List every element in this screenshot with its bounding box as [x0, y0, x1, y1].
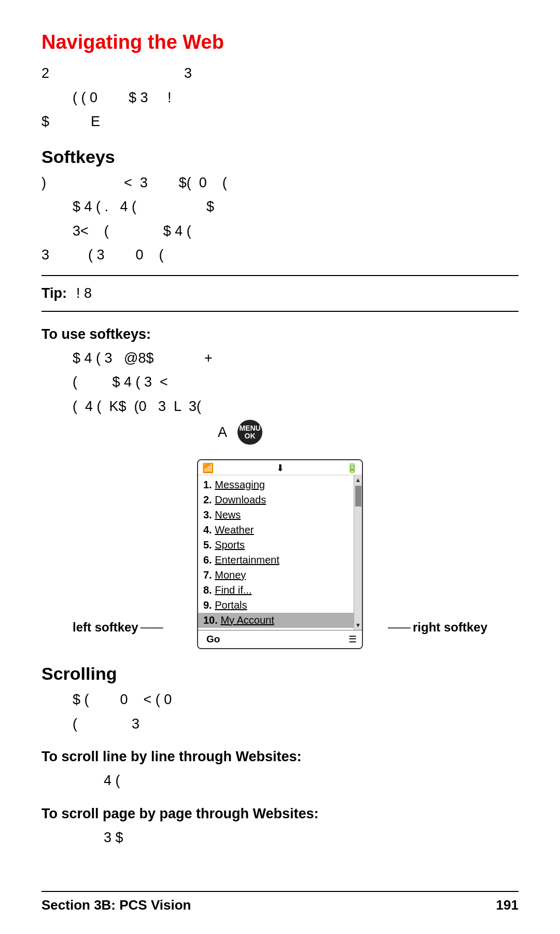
phone-softkey-bar: Go ☰: [198, 630, 362, 648]
menu-item-messaging: 1. Messaging: [198, 477, 354, 492]
tip-label: Tip:: [41, 285, 67, 301]
menu-item-sports: 5. Sports: [198, 538, 354, 553]
right-softkey-label: right softkey: [413, 620, 487, 635]
sk-line-3: 3< ( $ 4 (: [73, 221, 519, 242]
divider-1: [41, 275, 519, 276]
right-softkey-icon[interactable]: ☰: [348, 634, 357, 645]
menu-item-weather: 4. Weather: [198, 523, 354, 538]
phone-screen: 📶 ⬇ 🔋 1. Messaging 2. Downloads 3. News …: [197, 459, 363, 649]
phone-diagram: left softkey —— 📶 ⬇ 🔋 1. Messaging 2. Do…: [41, 459, 519, 649]
si-line-3: ( 4 ( K$ (0 3 L 3(: [73, 396, 519, 417]
softkeys-instructions-block: $ 4 ( 3 @8$ + ( $ 4 ( 3 < ( 4 ( K$ (0 3 …: [41, 348, 519, 445]
menu-item-entertainment: 6. Entertainment: [198, 553, 354, 568]
scroll-page-instruction: 3 $: [104, 827, 519, 848]
battery-icon: 🔋: [346, 462, 358, 474]
softkeys-heading: Softkeys: [41, 147, 519, 167]
softkeys-instruction-label: To use softkeys:: [41, 326, 519, 342]
sk-line-1: ) < 3 $( 0 (: [41, 172, 519, 194]
sync-icon: ⬇: [276, 462, 284, 474]
right-arrow: ——: [388, 621, 411, 634]
intro-line-2: ( ( 0 $ 3 !: [73, 87, 519, 108]
phone-status-bar: 📶 ⬇ 🔋: [198, 460, 362, 475]
scroll-page-label: To scroll page by page through Websites:: [41, 806, 519, 822]
left-softkey-label: left softkey: [73, 620, 138, 635]
scroll-line-instruction: 4 (: [104, 770, 519, 791]
menu-ok-icon: MENUOK: [237, 420, 262, 445]
intro-line-1: 2 3: [41, 63, 519, 84]
scroll-line-2: ( 3: [73, 713, 519, 735]
scroll-line-1: $ ( 0 < ( 0: [73, 689, 519, 710]
intro-line-3: $E: [41, 111, 519, 132]
phone-menu-list: 1. Messaging 2. Downloads 3. News 4. Wea…: [198, 475, 354, 630]
page-title: Navigating the Web: [41, 31, 519, 53]
menu-item-myaccount: 10. My Account: [198, 613, 354, 628]
intro-block: 2 3 ( ( 0 $ 3 ! $E: [41, 63, 519, 132]
footer-left: Section 3B: PCS Vision: [41, 897, 191, 913]
left-arrow: ——: [141, 621, 163, 634]
menu-item-news: 3. News: [198, 507, 354, 523]
scroll-line-label: To scroll line by line through Websites:: [41, 749, 519, 765]
signal-icon: 📶: [202, 462, 214, 474]
scrolling-block: $ ( 0 < ( 0 ( 3: [41, 689, 519, 734]
sk-line-2: $ 4 ( . 4 ( $: [73, 196, 519, 217]
sk-line-4: 3 ( 3 0 (: [41, 244, 519, 266]
scrolling-heading: Scrolling: [41, 664, 519, 684]
footer-right: 191: [496, 897, 519, 913]
menu-item-findit: 8. Find if...: [198, 583, 354, 598]
left-softkey-btn[interactable]: Go: [203, 633, 223, 646]
si-line-4: A MENUOK: [218, 420, 519, 445]
si-line-2: ( $ 4 ( 3 <: [73, 372, 519, 393]
divider-2: [41, 311, 519, 312]
tip-text: ! 8: [76, 285, 92, 301]
menu-item-money: 7. Money: [198, 568, 354, 583]
si-line-1: $ 4 ( 3 @8$ +: [73, 348, 519, 369]
tip-row: Tip: ! 8: [41, 285, 519, 301]
softkeys-block: ) < 3 $( 0 ( $ 4 ( . 4 ( $ 3< ( $ 4 ( 3 …: [41, 172, 519, 266]
menu-item-downloads: 2. Downloads: [198, 492, 354, 507]
footer: Section 3B: PCS Vision 191: [41, 891, 519, 913]
menu-item-portals: 9. Portals: [198, 598, 354, 613]
